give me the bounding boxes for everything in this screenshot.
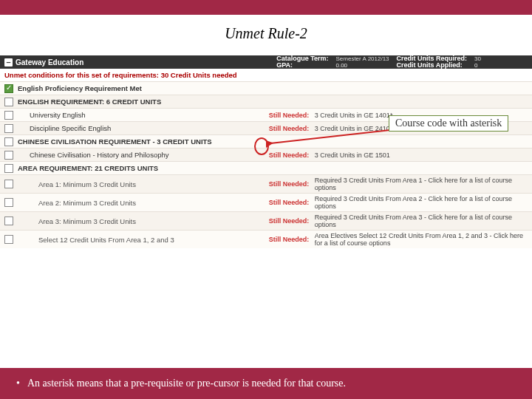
requirement-row: AREA REQUIREMENT: 21 CREDITS UNITS [0,161,532,174]
still-needed-label: Still Needed: [269,151,315,159]
bullet-icon: • [16,378,20,389]
requirement-name: English Proficiency Requirement Met [18,84,269,92]
checkbox-unmet-icon [4,216,13,225]
checkbox-unmet-icon [4,111,13,120]
gpa-label: GPA: [276,62,328,69]
applied-label: Credit Units Applied: [397,62,468,69]
requirement-name: Area 1: Minimum 3 Credit Units [18,180,269,188]
required-value: 30 [474,55,481,62]
requirement-detail: Area Electives Select 12 Credit Units Fr… [315,232,528,247]
catalogue-value: Semester A 2012/13 [336,55,389,62]
collapse-icon[interactable]: – [4,58,13,66]
unmet-conditions: Unmet conditions for this set of require… [0,69,532,81]
requirement-row: Select 12 Credit Units From Area 1, 2 an… [0,230,532,248]
still-needed-label: Still Needed: [269,217,315,225]
checkbox-unmet-icon [4,180,13,188]
checkbox-met-icon [4,84,13,93]
svg-line-0 [270,130,390,143]
checkbox-unmet-icon [4,235,13,244]
requirement-detail: Required 3 Credit Units From Area 1 - Cl… [315,177,528,191]
requirement-name: CHINESE CIVILISATION REQUIREMENT - 3 CRE… [18,137,269,146]
section-name: Gateway Education [16,58,83,66]
callout-box: Course code with asterisk [389,115,508,132]
checkbox-unmet-icon [4,198,13,207]
requirement-name: Select 12 Credit Units From Area 1, 2 an… [18,236,269,244]
requirement-detail: Required 3 Credit Units From Area 2 - Cl… [315,195,528,210]
gpa-value: 0.00 [336,62,389,69]
footer-bar: • An asterisk means that a pre-requisite… [0,368,532,399]
requirement-name: ENGLISH REQUIREMENT: 6 CREDIT UNITS [18,98,269,106]
requirement-name: AREA REQUIREMENT: 21 CREDITS UNITS [18,164,269,172]
top-accent-bar [0,0,532,15]
requirement-row: Area 1: Minimum 3 Credit UnitsStill Need… [0,174,532,193]
still-needed-label: Still Needed: [269,180,315,188]
requirement-name: Area 2: Minimum 3 Credit Units [18,199,269,207]
requirement-name: University English [18,111,269,119]
applied-value: 0 [474,62,481,69]
still-needed-label: Still Needed: [269,199,315,206]
requirement-row: Area 3: Minimum 3 Credit UnitsStill Need… [0,211,532,230]
requirement-detail: 3 Credit Units in GE 1501 [315,151,528,159]
requirement-row: English Proficiency Requirement Met [0,81,532,95]
footer-text: An asterisk means that a pre-requisite o… [27,378,346,389]
checkbox-unmet-icon [4,137,13,146]
requirement-row: Area 2: Minimum 3 Credit UnitsStill Need… [0,193,532,211]
still-needed-label: Still Needed: [269,236,315,243]
requirement-row: ENGLISH REQUIREMENT: 6 CREDIT UNITS [0,95,532,108]
arrow-annotation [266,127,392,149]
requirement-name: Chinese Civilisation - History and Philo… [18,151,269,159]
requirement-name: Discipline Specific English [18,124,269,132]
checkbox-unmet-icon [4,98,13,106]
requirement-name: Area 3: Minimum 3 Credit Units [18,217,269,225]
checkbox-unmet-icon [4,124,13,133]
requirement-detail: Required 3 Credit Units From Area 3 - Cl… [315,214,528,228]
checkbox-unmet-icon [4,164,13,173]
slide-title: Unmet Rule-2 [0,15,532,55]
section-header: – Gateway Education Catalogue Term: GPA:… [0,55,532,69]
still-needed-label: Still Needed: [269,112,315,119]
checkbox-unmet-icon [4,151,13,160]
